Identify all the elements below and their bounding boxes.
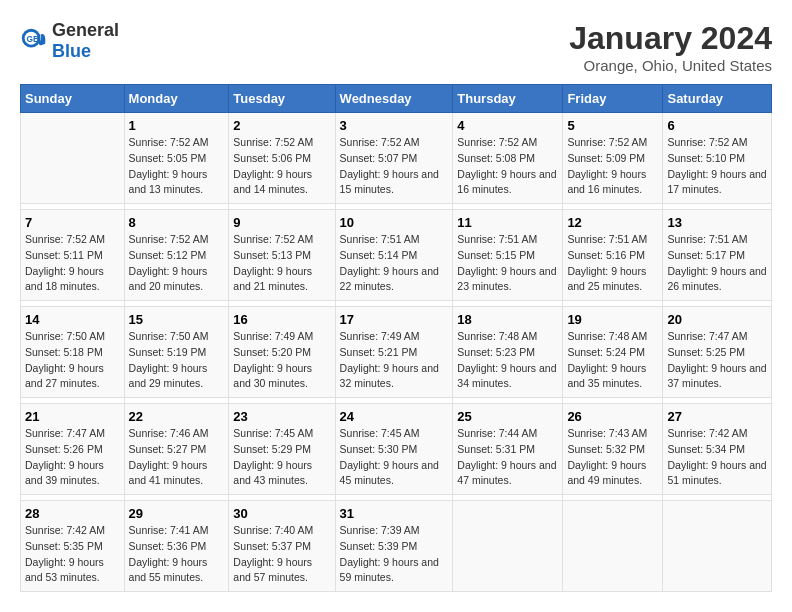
- week-row-0: 1 Sunrise: 7:52 AMSunset: 5:05 PMDayligh…: [21, 113, 772, 204]
- cell-w3-d5: 26 Sunrise: 7:43 AMSunset: 5:32 PMDaylig…: [563, 404, 663, 495]
- header-thursday: Thursday: [453, 85, 563, 113]
- day-number: 27: [667, 409, 767, 424]
- cell-w3-d2: 23 Sunrise: 7:45 AMSunset: 5:29 PMDaylig…: [229, 404, 335, 495]
- day-info: Sunrise: 7:51 AMSunset: 5:17 PMDaylight:…: [667, 232, 767, 295]
- cell-w4-d4: [453, 501, 563, 592]
- calendar-table: Sunday Monday Tuesday Wednesday Thursday…: [20, 84, 772, 592]
- cell-w3-d6: 27 Sunrise: 7:42 AMSunset: 5:34 PMDaylig…: [663, 404, 772, 495]
- cell-w1-d0: 7 Sunrise: 7:52 AMSunset: 5:11 PMDayligh…: [21, 210, 125, 301]
- day-number: 31: [340, 506, 449, 521]
- day-number: 22: [129, 409, 225, 424]
- day-info: Sunrise: 7:51 AMSunset: 5:15 PMDaylight:…: [457, 232, 558, 295]
- day-number: 29: [129, 506, 225, 521]
- day-number: 11: [457, 215, 558, 230]
- cell-w3-d3: 24 Sunrise: 7:45 AMSunset: 5:30 PMDaylig…: [335, 404, 453, 495]
- subtitle: Orange, Ohio, United States: [569, 57, 772, 74]
- day-info: Sunrise: 7:52 AMSunset: 5:08 PMDaylight:…: [457, 135, 558, 198]
- cell-w2-d3: 17 Sunrise: 7:49 AMSunset: 5:21 PMDaylig…: [335, 307, 453, 398]
- cell-w2-d1: 15 Sunrise: 7:50 AMSunset: 5:19 PMDaylig…: [124, 307, 229, 398]
- cell-w0-d2: 2 Sunrise: 7:52 AMSunset: 5:06 PMDayligh…: [229, 113, 335, 204]
- main-title: January 2024: [569, 20, 772, 57]
- title-area: January 2024 Orange, Ohio, United States: [569, 20, 772, 74]
- cell-w0-d0: [21, 113, 125, 204]
- day-info: Sunrise: 7:49 AMSunset: 5:21 PMDaylight:…: [340, 329, 449, 392]
- cell-w4-d0: 28 Sunrise: 7:42 AMSunset: 5:35 PMDaylig…: [21, 501, 125, 592]
- day-info: Sunrise: 7:42 AMSunset: 5:34 PMDaylight:…: [667, 426, 767, 489]
- day-number: 2: [233, 118, 330, 133]
- logo-general: General: [52, 20, 119, 40]
- day-info: Sunrise: 7:48 AMSunset: 5:23 PMDaylight:…: [457, 329, 558, 392]
- day-info: Sunrise: 7:51 AMSunset: 5:16 PMDaylight:…: [567, 232, 658, 295]
- cell-w0-d3: 3 Sunrise: 7:52 AMSunset: 5:07 PMDayligh…: [335, 113, 453, 204]
- day-info: Sunrise: 7:51 AMSunset: 5:14 PMDaylight:…: [340, 232, 449, 295]
- day-info: Sunrise: 7:44 AMSunset: 5:31 PMDaylight:…: [457, 426, 558, 489]
- day-number: 7: [25, 215, 120, 230]
- day-info: Sunrise: 7:52 AMSunset: 5:09 PMDaylight:…: [567, 135, 658, 198]
- cell-w0-d6: 6 Sunrise: 7:52 AMSunset: 5:10 PMDayligh…: [663, 113, 772, 204]
- header-sunday: Sunday: [21, 85, 125, 113]
- cell-w2-d6: 20 Sunrise: 7:47 AMSunset: 5:25 PMDaylig…: [663, 307, 772, 398]
- cell-w2-d5: 19 Sunrise: 7:48 AMSunset: 5:24 PMDaylig…: [563, 307, 663, 398]
- day-number: 24: [340, 409, 449, 424]
- cell-w4-d5: [563, 501, 663, 592]
- weekday-header-row: Sunday Monday Tuesday Wednesday Thursday…: [21, 85, 772, 113]
- day-number: 10: [340, 215, 449, 230]
- logo-blue: Blue: [52, 41, 91, 61]
- cell-w4-d6: [663, 501, 772, 592]
- cell-w1-d3: 10 Sunrise: 7:51 AMSunset: 5:14 PMDaylig…: [335, 210, 453, 301]
- cell-w2-d0: 14 Sunrise: 7:50 AMSunset: 5:18 PMDaylig…: [21, 307, 125, 398]
- header-monday: Monday: [124, 85, 229, 113]
- day-number: 14: [25, 312, 120, 327]
- day-number: 17: [340, 312, 449, 327]
- cell-w1-d6: 13 Sunrise: 7:51 AMSunset: 5:17 PMDaylig…: [663, 210, 772, 301]
- logo-icon: GB: [20, 27, 48, 55]
- header-wednesday: Wednesday: [335, 85, 453, 113]
- cell-w4-d3: 31 Sunrise: 7:39 AMSunset: 5:39 PMDaylig…: [335, 501, 453, 592]
- day-info: Sunrise: 7:48 AMSunset: 5:24 PMDaylight:…: [567, 329, 658, 392]
- day-number: 12: [567, 215, 658, 230]
- week-row-2: 14 Sunrise: 7:50 AMSunset: 5:18 PMDaylig…: [21, 307, 772, 398]
- week-row-4: 28 Sunrise: 7:42 AMSunset: 5:35 PMDaylig…: [21, 501, 772, 592]
- cell-w1-d2: 9 Sunrise: 7:52 AMSunset: 5:13 PMDayligh…: [229, 210, 335, 301]
- day-number: 16: [233, 312, 330, 327]
- day-number: 8: [129, 215, 225, 230]
- header-tuesday: Tuesday: [229, 85, 335, 113]
- day-info: Sunrise: 7:43 AMSunset: 5:32 PMDaylight:…: [567, 426, 658, 489]
- day-number: 4: [457, 118, 558, 133]
- cell-w4-d1: 29 Sunrise: 7:41 AMSunset: 5:36 PMDaylig…: [124, 501, 229, 592]
- day-info: Sunrise: 7:52 AMSunset: 5:13 PMDaylight:…: [233, 232, 330, 295]
- day-info: Sunrise: 7:52 AMSunset: 5:10 PMDaylight:…: [667, 135, 767, 198]
- day-info: Sunrise: 7:47 AMSunset: 5:25 PMDaylight:…: [667, 329, 767, 392]
- day-number: 15: [129, 312, 225, 327]
- day-number: 18: [457, 312, 558, 327]
- day-number: 5: [567, 118, 658, 133]
- logo: GB General Blue: [20, 20, 119, 62]
- day-info: Sunrise: 7:40 AMSunset: 5:37 PMDaylight:…: [233, 523, 330, 586]
- day-number: 21: [25, 409, 120, 424]
- day-info: Sunrise: 7:50 AMSunset: 5:18 PMDaylight:…: [25, 329, 120, 392]
- day-number: 26: [567, 409, 658, 424]
- cell-w0-d5: 5 Sunrise: 7:52 AMSunset: 5:09 PMDayligh…: [563, 113, 663, 204]
- logo-text: General Blue: [52, 20, 119, 62]
- day-info: Sunrise: 7:42 AMSunset: 5:35 PMDaylight:…: [25, 523, 120, 586]
- header-friday: Friday: [563, 85, 663, 113]
- cell-w0-d4: 4 Sunrise: 7:52 AMSunset: 5:08 PMDayligh…: [453, 113, 563, 204]
- cell-w1-d5: 12 Sunrise: 7:51 AMSunset: 5:16 PMDaylig…: [563, 210, 663, 301]
- day-number: 25: [457, 409, 558, 424]
- cell-w3-d0: 21 Sunrise: 7:47 AMSunset: 5:26 PMDaylig…: [21, 404, 125, 495]
- week-row-1: 7 Sunrise: 7:52 AMSunset: 5:11 PMDayligh…: [21, 210, 772, 301]
- day-number: 13: [667, 215, 767, 230]
- week-row-3: 21 Sunrise: 7:47 AMSunset: 5:26 PMDaylig…: [21, 404, 772, 495]
- cell-w1-d4: 11 Sunrise: 7:51 AMSunset: 5:15 PMDaylig…: [453, 210, 563, 301]
- cell-w0-d1: 1 Sunrise: 7:52 AMSunset: 5:05 PMDayligh…: [124, 113, 229, 204]
- day-number: 20: [667, 312, 767, 327]
- day-number: 23: [233, 409, 330, 424]
- cell-w3-d4: 25 Sunrise: 7:44 AMSunset: 5:31 PMDaylig…: [453, 404, 563, 495]
- day-info: Sunrise: 7:49 AMSunset: 5:20 PMDaylight:…: [233, 329, 330, 392]
- day-info: Sunrise: 7:52 AMSunset: 5:06 PMDaylight:…: [233, 135, 330, 198]
- day-info: Sunrise: 7:39 AMSunset: 5:39 PMDaylight:…: [340, 523, 449, 586]
- cell-w2-d2: 16 Sunrise: 7:49 AMSunset: 5:20 PMDaylig…: [229, 307, 335, 398]
- day-number: 9: [233, 215, 330, 230]
- cell-w3-d1: 22 Sunrise: 7:46 AMSunset: 5:27 PMDaylig…: [124, 404, 229, 495]
- day-info: Sunrise: 7:52 AMSunset: 5:11 PMDaylight:…: [25, 232, 120, 295]
